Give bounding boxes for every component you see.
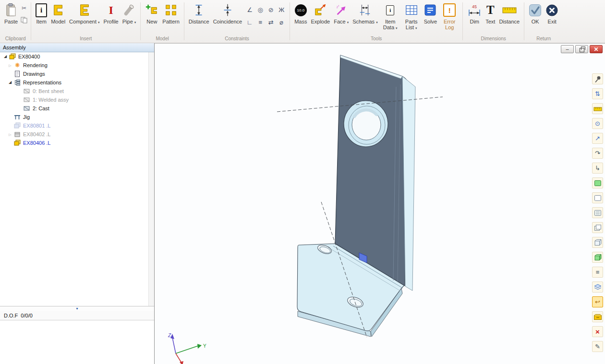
- pipe-button[interactable]: Pipe ▾: [121, 1, 138, 25]
- minimize-icon: –: [566, 47, 569, 52]
- text-button[interactable]: T Text: [484, 1, 496, 25]
- edit-sketch-icon[interactable]: ✎: [592, 341, 603, 352]
- tree-item-representations[interactable]: ◢ Representations: [0, 78, 154, 87]
- graphics-area[interactable]: Z Y – ✕ ⇅ ⊙ ↗ ↷ ↳: [155, 43, 605, 364]
- solid-green-icon[interactable]: [592, 252, 603, 263]
- new-button[interactable]: New: [144, 1, 160, 25]
- restore-button[interactable]: [575, 45, 588, 53]
- ribbon-group-insert: i Item Model Component ▾ I Profile: [31, 0, 140, 43]
- assembly-icon: [13, 140, 21, 146]
- expander-icon[interactable]: ▷: [7, 133, 13, 136]
- measure-ruler-icon[interactable]: [592, 103, 603, 114]
- flip-orientation-icon[interactable]: ⇅: [592, 88, 603, 99]
- dropdown-arrow-icon: ▾: [347, 21, 349, 24]
- tree-item-ex80406[interactable]: EX80406 .L: [0, 139, 154, 147]
- plane-icon[interactable]: [592, 192, 603, 203]
- panel-splitter[interactable]: ▾: [0, 306, 154, 311]
- panel-title: Assembly: [0, 43, 154, 52]
- tree-item-rep-welded-assy[interactable]: 1: Welded assy: [0, 95, 154, 104]
- dropdown-arrow-icon: ▾: [415, 26, 417, 30]
- error-log-icon: !: [443, 3, 456, 17]
- assembly-panel: Assembly ◢ EX80400 ▷ ❋ Rendering Drawing…: [0, 43, 155, 364]
- item-data-button[interactable]: i Item Data ▾: [380, 1, 400, 32]
- dim-button[interactable]: 45 Dim: [466, 1, 483, 25]
- plate-hole[interactable]: [344, 101, 388, 147]
- solve-button[interactable]: Solve: [423, 1, 439, 25]
- coincidence-button[interactable]: Coincidence: [212, 1, 244, 25]
- group-label-return: Return: [525, 36, 562, 43]
- model-icon: [51, 2, 65, 18]
- tree-item-drawings[interactable]: Drawings: [0, 70, 154, 78]
- curve-icon[interactable]: ↷: [592, 148, 603, 159]
- ok-button[interactable]: OK: [527, 1, 543, 25]
- perpendicular-constraint-icon[interactable]: ∟: [247, 19, 253, 26]
- pattern-button[interactable]: Pattern: [161, 1, 181, 25]
- explode-button[interactable]: Explode: [309, 1, 331, 25]
- close-button[interactable]: ✕: [590, 45, 603, 53]
- center-point-icon[interactable]: ⊙: [592, 118, 603, 129]
- direction-icon[interactable]: ↗: [592, 133, 603, 144]
- tangent-constraint-icon[interactable]: ⊘: [268, 6, 274, 13]
- tree-scrollbar[interactable]: [148, 52, 154, 306]
- schemas-button[interactable]: Schemas ▾: [351, 1, 379, 25]
- profile-button[interactable]: I Profile: [102, 1, 120, 25]
- component-button[interactable]: Component ▾: [68, 1, 101, 25]
- parallel-constraint-icon[interactable]: ≡: [258, 19, 262, 26]
- expander-icon[interactable]: ▷: [7, 64, 13, 67]
- frame-icon[interactable]: [592, 222, 603, 233]
- list-icon[interactable]: ≡: [592, 267, 603, 278]
- paste-button[interactable]: Paste: [3, 1, 19, 25]
- component-icon: [78, 2, 91, 18]
- axis-triad: Z Y: [168, 333, 206, 364]
- tree-item-ex80400[interactable]: ◢ EX80400: [0, 52, 154, 61]
- splitter-arrow-icon: ▾: [76, 307, 78, 311]
- concentric-constraint-icon[interactable]: ◎: [258, 6, 263, 13]
- corner-icon[interactable]: ↳: [592, 163, 603, 174]
- dropdown-arrow-icon: ▾: [134, 21, 136, 24]
- bracket-model[interactable]: [297, 55, 415, 337]
- tree-item-rendering[interactable]: ▷ ❋ Rendering: [0, 61, 154, 70]
- tree-item-ex80402[interactable]: ▷ EX80402 .L: [0, 130, 154, 139]
- tree-item-rep-bent-sheet[interactable]: 0: Bent sheet: [0, 87, 154, 95]
- error-log-button[interactable]: ! Error Log: [439, 1, 460, 32]
- group-label-model: Model: [142, 36, 182, 43]
- ribbon-group-model: New Pattern Model: [141, 0, 183, 43]
- dropdown-arrow-icon: ▾: [376, 21, 378, 24]
- sketch-plane-icon[interactable]: [592, 207, 603, 218]
- copy-icon[interactable]: [20, 16, 28, 24]
- minimize-button[interactable]: –: [561, 45, 574, 53]
- layers-icon[interactable]: [592, 282, 603, 293]
- tree-item-ex80801[interactable]: EX80801 .L: [0, 121, 154, 130]
- ribbon: Paste ✂ Clipboard i Item Model: [0, 0, 605, 43]
- item-button[interactable]: i Item: [34, 1, 48, 25]
- distance-dimension-button[interactable]: Distance: [497, 1, 521, 25]
- pin-icon[interactable]: [592, 73, 603, 84]
- plane-on-icon[interactable]: [592, 177, 603, 188]
- section-hook-icon[interactable]: ↩: [592, 296, 603, 307]
- ruler-icon: [502, 2, 517, 18]
- angle-constraint-icon[interactable]: ∠: [247, 6, 253, 13]
- group-label-tools: Tools: [291, 36, 461, 43]
- diameter-constraint-icon[interactable]: ⌀: [279, 19, 283, 26]
- svg-text:45: 45: [472, 4, 477, 9]
- exit-button[interactable]: Exit: [544, 1, 560, 25]
- face-button[interactable]: Face ▾: [332, 1, 350, 25]
- dropdown-arrow-icon: ▾: [396, 26, 398, 30]
- mass-button[interactable]: 10.0 Mass: [293, 1, 308, 25]
- drawer-icon[interactable]: [592, 311, 603, 322]
- cut-icon[interactable]: ✂: [20, 4, 28, 12]
- box-icon[interactable]: [592, 237, 603, 248]
- parts-list-button[interactable]: Parts List ▾: [401, 1, 422, 32]
- delete-icon[interactable]: ×: [592, 326, 603, 337]
- tree-item-jig[interactable]: Jig: [0, 113, 154, 121]
- text-icon: T: [486, 2, 495, 18]
- 3d-viewport[interactable]: Z Y: [155, 44, 605, 364]
- drawing-icon: [13, 70, 21, 77]
- distance-constraint-button[interactable]: Distance: [187, 1, 211, 25]
- tree-item-rep-cast[interactable]: 2: Cast: [0, 104, 154, 113]
- model-button[interactable]: Model: [49, 1, 67, 25]
- symmetry-constraint-icon[interactable]: Ж: [278, 6, 284, 13]
- expander-icon[interactable]: ◢: [7, 81, 13, 84]
- expander-icon[interactable]: ◢: [2, 55, 9, 59]
- equal-distance-constraint-icon[interactable]: ⇄: [268, 19, 274, 26]
